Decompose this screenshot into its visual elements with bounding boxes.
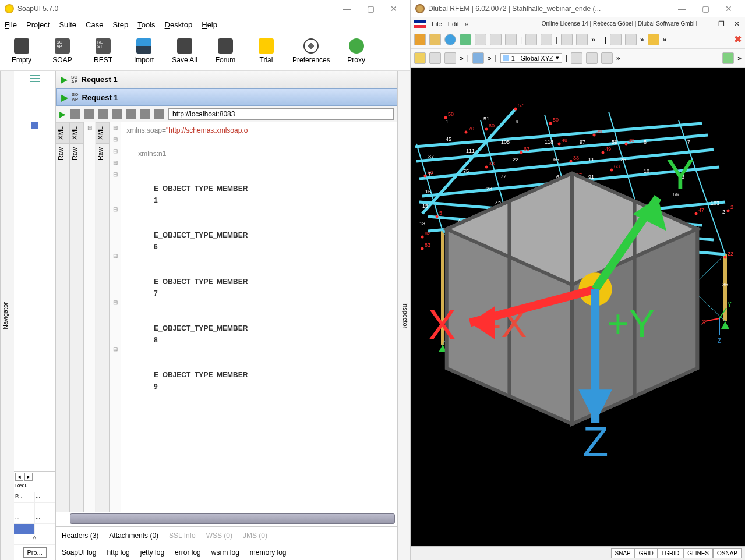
rfem-minimize[interactable]: —: [670, 4, 694, 13]
coordinate-system-select[interactable]: 1 - Global XYZ ▾: [500, 53, 562, 63]
toolbar-import[interactable]: Import: [129, 38, 158, 64]
nav-prev[interactable]: ◄: [15, 473, 23, 481]
pro-button[interactable]: Pro...: [23, 547, 47, 558]
tb2-more[interactable]: »: [460, 54, 464, 62]
snap-icon[interactable]: [601, 52, 613, 64]
status-lgrid[interactable]: LGRID: [658, 548, 684, 558]
req-tool-6[interactable]: [140, 109, 150, 119]
flag-icon[interactable]: [414, 20, 426, 28]
request-tab-outer[interactable]: ▶ SOAP Request 1: [56, 71, 397, 88]
req-tool-3[interactable]: [98, 109, 108, 119]
nav-toggle-icon[interactable]: [14, 71, 55, 87]
rfem-menu-file[interactable]: File: [432, 20, 442, 27]
tab-xml-resp[interactable]: XML: [96, 122, 109, 143]
tab-attachments[interactable]: Attachments (0): [109, 531, 158, 540]
nav-selection-marker[interactable]: [31, 122, 38, 129]
copy-icon[interactable]: [525, 34, 537, 45]
surface-tool-icon[interactable]: [444, 52, 456, 64]
node-tool-icon[interactable]: [414, 52, 426, 64]
toolbar-proxy[interactable]: Proxy: [342, 38, 371, 64]
status-glines[interactable]: GLINES: [683, 548, 713, 558]
align-icon[interactable]: [571, 52, 582, 64]
menu-tools[interactable]: Tools: [137, 20, 155, 29]
tb2-more4[interactable]: »: [737, 54, 742, 62]
tool-b-icon[interactable]: [625, 34, 637, 45]
toolbar-empty[interactable]: Empty: [7, 38, 36, 64]
close-button[interactable]: ✕: [382, 4, 405, 13]
log-http[interactable]: http log: [107, 548, 129, 557]
tool-a-icon[interactable]: [610, 34, 622, 45]
menu-project[interactable]: Project: [26, 20, 50, 29]
req-tool-7[interactable]: [154, 109, 164, 119]
menu-step[interactable]: Step: [112, 20, 128, 29]
print-icon[interactable]: [505, 34, 517, 45]
rfem-maximize[interactable]: ▢: [694, 4, 717, 13]
nav-requ[interactable]: Requ...: [14, 482, 55, 492]
status-osnap[interactable]: OSNAP: [713, 548, 742, 558]
tb1-more[interactable]: »: [591, 36, 595, 44]
star-icon[interactable]: [648, 34, 659, 45]
tab-xml-req[interactable]: XML: [56, 122, 69, 143]
render-icon[interactable]: [722, 52, 734, 64]
menu-help[interactable]: Help: [202, 20, 217, 29]
menu-file[interactable]: File: [5, 20, 17, 29]
redo-icon[interactable]: [576, 34, 588, 45]
undo-icon[interactable]: [561, 34, 573, 45]
3d-viewport[interactable]: 5758607050483962493338633082532288471229…: [411, 68, 745, 546]
run-request-button[interactable]: ▶: [59, 109, 66, 119]
req-tool-4[interactable]: [112, 109, 122, 119]
rfem-menu-edit[interactable]: Edit: [448, 20, 459, 27]
menu-case[interactable]: Case: [86, 20, 103, 29]
request-tab-inner[interactable]: ▶ SOAP Request 1: [56, 88, 397, 106]
menu-suite[interactable]: Suite: [59, 20, 76, 29]
play-icon-inner[interactable]: ▶: [61, 92, 68, 103]
tb2-more2[interactable]: »: [488, 54, 492, 62]
toolbar-trial[interactable]: Trial: [252, 38, 281, 64]
tab-headers[interactable]: Headers (3): [62, 531, 98, 540]
log-error[interactable]: error log: [175, 548, 201, 557]
nav-a[interactable]: A: [14, 534, 55, 544]
toolbar-preferences[interactable]: Preferences: [292, 38, 330, 64]
tb2-more3[interactable]: »: [616, 54, 620, 62]
saveas-icon[interactable]: [490, 34, 502, 45]
tab-raw-resp[interactable]: Raw: [96, 143, 109, 164]
toolbar-soap[interactable]: SOAP: [48, 38, 77, 64]
horizontal-scrollbar[interactable]: [70, 513, 395, 524]
tb1-more2[interactable]: »: [640, 36, 644, 44]
tab-ssl[interactable]: SSL Info: [169, 531, 196, 540]
cancel-icon[interactable]: ✖: [734, 34, 742, 45]
member-tool-icon[interactable]: [429, 52, 441, 64]
req-tool-2[interactable]: [84, 109, 94, 119]
req-tool-5[interactable]: [126, 109, 136, 119]
xml-response-content[interactable]: xmlns:soap="http://schemas.xmlsoap.o xml…: [121, 122, 397, 512]
minimize-button[interactable]: —: [336, 4, 359, 13]
open-icon[interactable]: [429, 34, 441, 45]
menu-more[interactable]: »: [465, 20, 468, 27]
maximize-button[interactable]: ▢: [359, 4, 382, 13]
status-grid[interactable]: GRID: [635, 548, 658, 558]
cloud-icon[interactable]: [444, 34, 456, 45]
tab-raw-req[interactable]: Raw: [56, 143, 69, 164]
log-wsrm[interactable]: wsrm log: [211, 548, 239, 557]
doc-minimize[interactable]: –: [703, 20, 711, 28]
req-tool-1[interactable]: [70, 109, 80, 119]
log-memory[interactable]: memory log: [250, 548, 287, 557]
nav-next[interactable]: ►: [24, 473, 33, 481]
log-soapui[interactable]: SoapUI log: [62, 548, 96, 557]
nav-p[interactable]: P...: [14, 492, 35, 502]
log-jetty[interactable]: jetty log: [140, 548, 164, 557]
menu-desktop[interactable]: Desktop: [165, 20, 193, 29]
filter-icon[interactable]: [472, 52, 484, 64]
doc-restore[interactable]: ❐: [716, 20, 726, 28]
toolbar-forum[interactable]: Forum: [211, 38, 240, 64]
tb1-more3[interactable]: »: [663, 36, 667, 44]
toolbar-rest[interactable]: REST: [89, 38, 118, 64]
block-icon[interactable]: [460, 34, 471, 45]
new-icon[interactable]: [414, 34, 426, 45]
navigator-tab[interactable]: Navigator: [0, 71, 14, 560]
endpoint-url-input[interactable]: [168, 108, 394, 120]
inspector-tab[interactable]: Inspector: [397, 71, 410, 560]
tab-raw-req2[interactable]: Raw: [70, 143, 83, 164]
paste-icon[interactable]: [541, 34, 552, 45]
status-snap[interactable]: SNAP: [611, 548, 635, 558]
